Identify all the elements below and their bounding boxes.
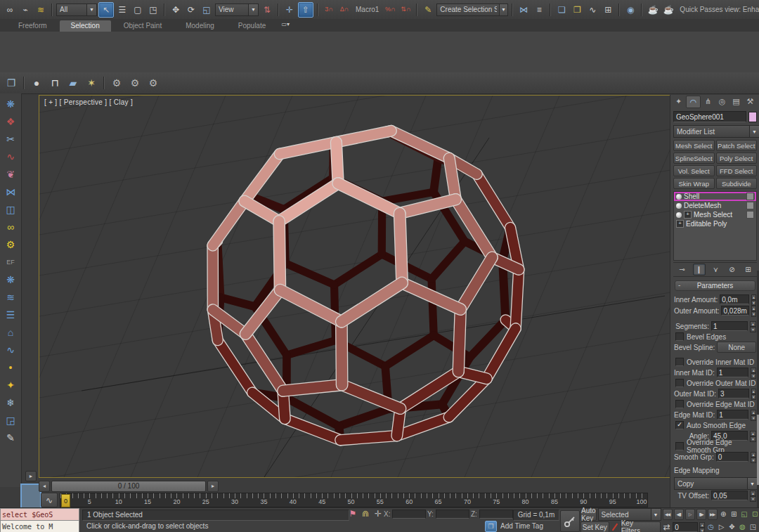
scene-explorer-icon[interactable]: ❐ bbox=[570, 3, 584, 17]
select-by-name-icon[interactable]: ☰ bbox=[115, 3, 129, 17]
expand-icon[interactable]: + bbox=[684, 211, 692, 219]
cube-tool-icon[interactable]: ◫ bbox=[2, 201, 19, 218]
scissors-tool-icon[interactable]: ✂ bbox=[2, 131, 19, 148]
zoom-all-icon[interactable]: ⊞ bbox=[729, 510, 739, 520]
dot-tool-icon[interactable]: • bbox=[2, 359, 19, 376]
create-tab[interactable]: ✦ bbox=[672, 96, 685, 107]
select-and-rotate-icon[interactable]: ⟳ bbox=[184, 3, 198, 17]
material-editor-icon[interactable]: ◉ bbox=[623, 3, 637, 17]
go-to-start-icon[interactable]: ◀◀ bbox=[663, 509, 673, 520]
gem-tool-icon[interactable]: ❖ bbox=[2, 113, 19, 130]
select-and-link-icon[interactable]: ∞ bbox=[3, 3, 17, 17]
stack-item-deletemesh[interactable]: DeleteMesh bbox=[674, 201, 756, 210]
spinner-snap-icon[interactable]: ⇅∩ bbox=[398, 3, 413, 17]
plant-tool-icon[interactable]: ❋ bbox=[2, 271, 19, 288]
checkbox-override-outer-mat-id[interactable] bbox=[675, 379, 684, 387]
reference-coordinate-system-dropdown[interactable]: View▼ bbox=[215, 4, 259, 16]
align-icon[interactable]: ≡ bbox=[532, 3, 546, 17]
absolute-mode-icon[interactable]: ✛ bbox=[373, 509, 383, 519]
grass-tool-icon[interactable]: ❋ bbox=[2, 96, 19, 112]
connect-ef-tool-icon[interactable]: EF bbox=[2, 254, 19, 271]
field-outermatid[interactable]: 3 bbox=[718, 389, 749, 398]
ribbon-tab-selection[interactable]: Selection bbox=[60, 20, 111, 32]
select-and-manipulate-icon[interactable]: ✛ bbox=[283, 3, 297, 17]
window-crossing-toggle-icon[interactable]: ◳ bbox=[146, 3, 160, 17]
curve-editor-icon[interactable]: ∿ bbox=[585, 3, 599, 17]
bind-to-space-warp-icon[interactable]: ≋ bbox=[34, 3, 48, 17]
modifier-button-poly-select[interactable]: Poly Select bbox=[716, 153, 758, 164]
bowtie-tool-icon[interactable]: ⋈ bbox=[2, 183, 19, 200]
remove-modifier-icon[interactable]: ⊘ bbox=[727, 264, 738, 275]
configure-modifier-sets-icon[interactable]: ⊞ bbox=[743, 264, 754, 275]
orbit-icon[interactable]: ◍ bbox=[738, 522, 747, 532]
snaps-toggle-3d-icon[interactable]: 3∩ bbox=[322, 3, 336, 17]
rectangular-selection-region-icon[interactable]: ▢ bbox=[131, 3, 145, 17]
character-tools-icon[interactable]: ✶ bbox=[83, 74, 100, 91]
go-to-end-icon[interactable]: ▶▶ bbox=[708, 509, 718, 520]
ribbon-minimize-icon[interactable]: ▭▾ bbox=[278, 18, 292, 32]
stack-toggle-square[interactable] bbox=[746, 211, 754, 219]
spinner-arrows[interactable]: ▲▼ bbox=[751, 389, 756, 398]
rendered-frame-window-icon[interactable]: ☕ bbox=[661, 3, 675, 17]
modifier-button-vol--select[interactable]: Vol. Select bbox=[673, 165, 715, 176]
modify-tab[interactable]: ◠ bbox=[686, 96, 701, 108]
maximize-viewport-icon[interactable]: ◳ bbox=[748, 522, 758, 532]
field-inneramount[interactable]: 0,0m bbox=[720, 294, 749, 304]
modifier-list-dropdown[interactable]: Modifier List ▼ bbox=[673, 125, 759, 138]
key-mode-toggle-icon[interactable]: ⇄ bbox=[662, 520, 671, 532]
angle-snap-icon[interactable]: ∆∩ bbox=[337, 3, 351, 17]
visibility-bulb-icon[interactable] bbox=[676, 203, 682, 209]
trackbar-left-arrow[interactable]: ◂ bbox=[39, 481, 50, 492]
select-and-move-icon[interactable]: ✥ bbox=[169, 3, 183, 17]
ribbon-tab-freeform[interactable]: Freeform bbox=[7, 20, 58, 32]
field-outeramount[interactable]: 0,028m bbox=[721, 306, 749, 316]
motion-tab[interactable]: ◎ bbox=[715, 96, 729, 107]
chain-tool-icon[interactable]: ∞ bbox=[2, 219, 19, 235]
ribbon-tab-object-paint[interactable]: Object Paint bbox=[112, 20, 173, 32]
stack-item-shell[interactable]: Shell bbox=[674, 192, 756, 201]
object-name-field[interactable] bbox=[673, 111, 746, 122]
spinner-arrows[interactable]: ▲▼ bbox=[751, 368, 756, 377]
zoom-icon[interactable]: ⊕ bbox=[719, 510, 728, 520]
eraser-icon[interactable]: ▰ bbox=[65, 74, 82, 91]
modifier-button-splineselect[interactable]: SplineSelect bbox=[673, 153, 715, 164]
edge-mapping-dropdown[interactable]: Copy▼ bbox=[674, 477, 758, 490]
adaptive-degradation-icon[interactable]: ❐ bbox=[485, 521, 497, 532]
spinner-arrows[interactable]: ▲▼ bbox=[751, 306, 756, 316]
ribbon-tab-modeling[interactable]: Modeling bbox=[174, 20, 226, 32]
spinner-arrows[interactable]: ▲▼ bbox=[750, 321, 756, 331]
modifier-button-ffd-select[interactable]: FFD Select bbox=[716, 165, 758, 176]
make-unique-icon[interactable]: ⋎ bbox=[711, 264, 722, 275]
spinner-arrows[interactable]: ▲▼ bbox=[751, 294, 756, 304]
stack-toggle-square[interactable] bbox=[746, 193, 754, 200]
bevel-spline-button[interactable]: None bbox=[717, 342, 756, 353]
trackbar-right-arrow[interactable]: ▸ bbox=[207, 481, 219, 492]
expand-tray-button[interactable]: ► bbox=[25, 471, 37, 481]
current-frame-field[interactable]: 0 bbox=[673, 522, 698, 532]
maxscript-listener-line1[interactable]: select $GeoS bbox=[0, 508, 79, 521]
coord-z-field[interactable] bbox=[479, 510, 513, 519]
coil-tool-icon[interactable]: ≋ bbox=[2, 289, 19, 306]
utilities-tab[interactable]: ⚒ bbox=[744, 96, 757, 107]
pencil-tool-icon[interactable]: ✎ bbox=[2, 429, 19, 446]
cache-next-icon[interactable]: ⚙ bbox=[145, 74, 162, 91]
parameters-rollout-header[interactable]: - Parameters bbox=[675, 280, 755, 291]
ribbon-tab-populate[interactable]: Populate bbox=[227, 20, 277, 32]
pushpin-icon[interactable]: ⚑ bbox=[348, 509, 358, 519]
unlink-selection-icon[interactable]: ⌁ bbox=[18, 3, 32, 17]
stack-toggle-square[interactable] bbox=[746, 202, 754, 209]
mirror-icon[interactable]: ⋈ bbox=[517, 3, 531, 17]
field-of-view-icon[interactable]: ▷ bbox=[717, 522, 726, 532]
stack-tool-icon[interactable]: ☰ bbox=[2, 306, 19, 323]
pan-icon[interactable]: ✥ bbox=[727, 522, 737, 532]
house-tool-icon[interactable]: ⌂ bbox=[2, 324, 19, 341]
star-tool-icon[interactable]: ✦ bbox=[2, 377, 19, 394]
display-tab[interactable]: ▤ bbox=[729, 96, 743, 107]
coord-y-field[interactable] bbox=[436, 510, 469, 519]
wave-tool-icon[interactable]: ∿ bbox=[2, 342, 19, 358]
viewport-layout-icon[interactable]: ❐ bbox=[3, 74, 20, 91]
timeline-ruler[interactable]: 5101520253035404550556065707580859095100… bbox=[60, 493, 648, 507]
ribbon-tool-icon[interactable]: ❦ bbox=[2, 166, 19, 183]
field-edgematid[interactable]: 1 bbox=[717, 410, 748, 420]
spinner-arrows[interactable]: ▲▼ bbox=[699, 522, 705, 532]
